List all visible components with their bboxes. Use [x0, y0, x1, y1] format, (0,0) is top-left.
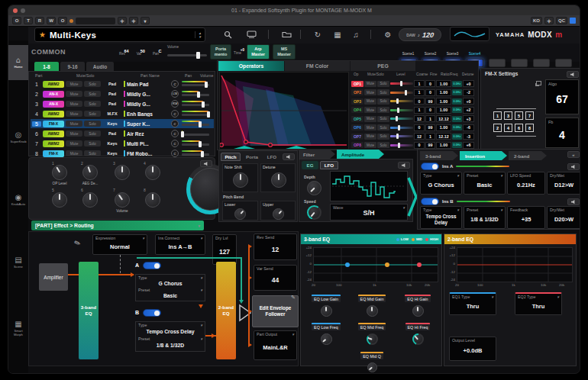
- part-output-select[interactable]: Part Output▾ MainL&R: [254, 330, 297, 360]
- mute-button[interactable]: Mute: [66, 111, 82, 117]
- table-row[interactable]: 7AWM2MuteSoloKeysMulti Pi...C: [31, 139, 214, 148]
- tab-3-band[interactable]: 3-band: [420, 151, 458, 160]
- rev-send-field[interactable]: Rev Send 12: [254, 233, 297, 260]
- level-slider[interactable]: [390, 144, 413, 147]
- performance-name-box[interactable]: ★ Multi-Keys ▴▾: [34, 27, 205, 42]
- eq2-graph[interactable]: [457, 247, 573, 282]
- effect-routing-bar[interactable]: [PART] Effect > Routing ▾: [31, 221, 204, 230]
- mute-button[interactable]: Mute: [66, 140, 82, 147]
- host-right-button-3[interactable]: QC: [556, 17, 567, 24]
- note-shift-cell[interactable]: Note Shift: [222, 163, 258, 192]
- operator-row[interactable]: OP8MuteSolo0991.000.0Hz+6: [351, 141, 474, 150]
- ins-b-toggle[interactable]: [421, 198, 439, 205]
- level-slider[interactable]: [390, 118, 413, 120]
- assign-knob-3[interactable]: [115, 165, 130, 180]
- bend-lower-cell[interactable]: Lower: [222, 201, 258, 221]
- copy-icon[interactable]: [536, 81, 541, 85]
- mute-button[interactable]: Mute: [364, 98, 376, 105]
- operator-row[interactable]: OP3MuteSolo0991.000.0Hz+0: [351, 97, 474, 105]
- output-level-field[interactable]: Output Level +0.0dB: [449, 337, 496, 361]
- eq-hi-freq-knob[interactable]: [412, 333, 424, 345]
- host-button-2[interactable]: T: [24, 17, 33, 24]
- audition-speaker-button[interactable]: [398, 162, 410, 169]
- tempo-display[interactable]: DAW ♪ 120: [399, 28, 441, 41]
- solo-button[interactable]: Solo: [84, 140, 101, 147]
- volume-slider[interactable]: [182, 90, 209, 98]
- tab-audio[interactable]: Audio: [86, 62, 114, 71]
- ins-a-lfo-speed[interactable]: LFO Speed 0.21Hz: [507, 172, 545, 195]
- bend-lower-knob[interactable]: [234, 208, 246, 220]
- eq1-type-select[interactable]: EQ1 Type▾ Thru: [449, 292, 496, 315]
- audition-speaker-button[interactable]: [567, 163, 580, 170]
- host-button-5[interactable]: O: [58, 17, 67, 24]
- solo-button[interactable]: Solo: [377, 142, 389, 148]
- level-slider[interactable]: [390, 109, 413, 111]
- eq-mid-freq-cell[interactable]: EQ Mid Freq: [351, 318, 393, 345]
- var-send-field[interactable]: Var Send 44: [254, 265, 297, 291]
- table-row[interactable]: 4AWM2MuteSoloM.FXEnh BangsC: [31, 109, 214, 118]
- host-add-button-2[interactable]: ✛: [129, 17, 138, 24]
- sidebar-item-superknob[interactable]: ◎ SuperKnob: [8, 120, 28, 155]
- arp-master-button[interactable]: ArpMaster: [247, 44, 270, 60]
- solo-button[interactable]: Solo: [84, 81, 101, 87]
- assign-knob-5[interactable]: [52, 192, 67, 208]
- volume-slider[interactable]: [182, 150, 209, 157]
- tab-peg[interactable]: PEG: [351, 61, 415, 71]
- table-row[interactable]: 2AN-XMuteSoloPadMildly G...L16: [31, 89, 214, 98]
- volume-slider[interactable]: [182, 130, 209, 137]
- eq-low-gain-cell[interactable]: EQ Low Gain: [305, 290, 347, 317]
- solo-button[interactable]: Solo: [377, 134, 389, 140]
- mute-button[interactable]: Mute: [364, 134, 376, 140]
- ins-b-type-select[interactable]: Type▾ Tempo Cross Delay: [420, 206, 462, 229]
- host-display-field[interactable]: [76, 18, 115, 24]
- display-icon[interactable]: [245, 29, 257, 40]
- tab-eg[interactable]: EG: [302, 161, 318, 169]
- scene-button-6[interactable]: [511, 59, 528, 67]
- ins-a-preset-select[interactable]: Preset▾ Basic: [464, 172, 506, 195]
- table-row[interactable]: 1AWM2MuteSoloPadMain PadC: [31, 79, 214, 89]
- pan-knob[interactable]: C: [171, 120, 179, 127]
- pan-knob[interactable]: L16: [171, 90, 179, 98]
- slot-b-toggle[interactable]: [143, 309, 161, 317]
- level-slider[interactable]: [390, 82, 413, 85]
- operator-row[interactable]: OP4MuteSolo101.000.0Hz+2: [351, 106, 474, 114]
- level-slider[interactable]: [390, 135, 413, 137]
- audition-speaker-button[interactable]: [283, 153, 295, 160]
- bend-upper-cell[interactable]: Upper: [260, 201, 296, 221]
- eq-hi-freq-cell[interactable]: EQ Hi Freq: [397, 318, 438, 345]
- mute-button[interactable]: Mute: [364, 116, 376, 122]
- operator-envelope-graph[interactable]: [219, 72, 349, 150]
- close-window-button[interactable]: [13, 8, 18, 13]
- eq-mid-gain-knob[interactable]: [367, 305, 378, 317]
- detune-knob[interactable]: [271, 172, 286, 188]
- eq-hi-gain-cell[interactable]: EQ Hi Gain: [397, 290, 438, 317]
- dry-level-field[interactable]: Dry Lvl 127: [212, 234, 237, 265]
- expression-select[interactable]: Expression▾ Normal: [92, 234, 147, 255]
- table-row[interactable]: 3AN-XMuteSoloPadMildly G...R14: [31, 99, 214, 108]
- eq-hi-gain-knob[interactable]: [412, 305, 424, 317]
- volume-slider[interactable]: [182, 120, 209, 127]
- scene-7[interactable]: [530, 44, 552, 67]
- solo-button[interactable]: Solo: [377, 107, 389, 113]
- mute-button[interactable]: Mute: [364, 142, 376, 148]
- bend-upper-knob[interactable]: [273, 208, 284, 220]
- tab-filter[interactable]: Filter: [299, 150, 335, 159]
- eq3-routing-block[interactable]: 3-bandEQ: [79, 262, 99, 359]
- level-slider[interactable]: [390, 92, 413, 94]
- sidebar-item-home[interactable]: ⌂ Home: [8, 45, 28, 80]
- pan-knob[interactable]: C: [171, 110, 179, 118]
- volume-slider[interactable]: [182, 80, 209, 88]
- mute-button[interactable]: Mute: [66, 121, 82, 127]
- mute-button[interactable]: Mute: [364, 124, 376, 130]
- solo-button[interactable]: Solo: [377, 81, 389, 87]
- table-row-selected[interactable]: 5FM-XMuteSoloKeysSuper K...C: [31, 119, 214, 128]
- ins-a-dry-wet[interactable]: Dry/Wet D12>W: [547, 172, 580, 195]
- ins-b-feedback[interactable]: Feedback +35: [507, 206, 545, 229]
- tab-amplitude[interactable]: Amplitude: [337, 150, 384, 159]
- operator-row[interactable]: OP6MuteSolo0991.000.0Hz-6: [351, 124, 474, 132]
- ins-b-dry-wet[interactable]: Dry/Wet D20>W: [547, 206, 580, 229]
- feedback-selector[interactable]: Fb4: [545, 118, 579, 148]
- assign-knob-6[interactable]: [82, 192, 98, 208]
- solo-button[interactable]: Solo: [84, 121, 101, 127]
- tab-parts-1-8[interactable]: 1-8: [34, 62, 59, 71]
